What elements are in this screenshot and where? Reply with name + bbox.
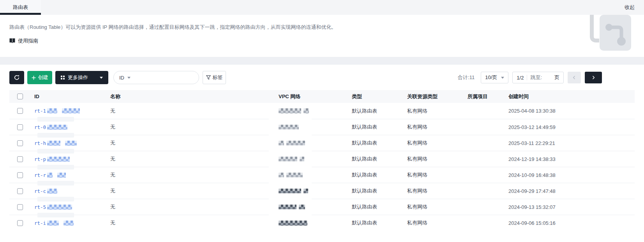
intro-card: 路由表（Routing Table）可以为资源提供 IP 网络的路由选择，通过配… [0, 15, 644, 57]
page-description: 路由表（Routing Table）可以为资源提供 IP 网络的路由选择，通过配… [9, 23, 477, 32]
total-count: 合计:11 [458, 74, 475, 81]
vpc-network-cell [279, 204, 352, 210]
row-checkbox[interactable] [17, 140, 23, 146]
page-indicator: 1/2 [517, 75, 524, 81]
created-time-cell: 2025-03-11 22:29:21 [508, 140, 635, 146]
table-row: rt-c 无 默认路由表 私有网络 2024-09-29 17:47:48 [9, 183, 635, 199]
vpc-network-cell [279, 124, 352, 130]
vpc-network-cell [279, 188, 352, 194]
col-header-id: ID [34, 94, 110, 99]
chevron-down-icon [501, 77, 504, 79]
associated-resource-cell: 私有网络 [407, 171, 468, 178]
created-time-cell: 2024-10-09 16:48:38 [508, 172, 635, 178]
type-cell: 默认路由表 [352, 219, 407, 226]
route-table-id-link[interactable]: rt-5 [34, 204, 72, 210]
col-header-type: 类型 [352, 93, 407, 100]
routing-table: ID 名称 VPC 网络 类型 关联资源类型 所属项目 创建时间 rt-1 无 … [9, 90, 635, 231]
associated-resource-cell: 私有网络 [407, 219, 468, 226]
table-row: rt-1 无 默认路由表 私有网络 2025-04-08 13:30:38 [9, 103, 635, 119]
name-cell: 无 [110, 140, 279, 147]
name-cell: 无 [110, 203, 279, 210]
route-table-id-link[interactable]: rt-1 [34, 108, 80, 114]
search-field-selector[interactable]: ID [119, 75, 124, 81]
row-checkbox[interactable] [17, 188, 23, 194]
search-input[interactable] [134, 75, 193, 81]
table-row: rt-0 无 默认路由表 私有网络 2025-03-12 14:49:59 [9, 119, 635, 135]
col-header-name: 名称 [110, 93, 279, 100]
select-all-checkbox[interactable] [17, 94, 23, 99]
associated-resource-cell: 私有网络 [407, 187, 468, 194]
divider [527, 75, 527, 80]
type-cell: 默认路由表 [352, 108, 407, 115]
content-card: 创建 更多操作 ID 标签 合计:11 10/页 [0, 65, 644, 242]
chevron-right-icon [591, 75, 596, 80]
funnel-icon [206, 75, 211, 80]
col-header-created: 创建时间 [508, 93, 635, 100]
associated-resource-cell: 私有网络 [407, 155, 468, 163]
created-time-cell: 2024-09-13 15:32:07 [508, 204, 635, 210]
table-row: rt-h 无 默认路由表 私有网络 2025-03-11 22:29:21 [9, 135, 635, 151]
row-checkbox[interactable] [17, 156, 23, 162]
route-table-id-link[interactable]: rt-i [34, 220, 74, 226]
route-table-id-link[interactable]: rt-h [34, 140, 77, 146]
create-button[interactable]: 创建 [27, 71, 52, 84]
usage-guide-link[interactable]: 使用指南 [9, 37, 38, 44]
associated-resource-cell: 私有网络 [407, 108, 468, 115]
next-page-button[interactable] [585, 72, 602, 83]
type-cell: 默认路由表 [352, 203, 407, 210]
vpc-network-cell [279, 172, 352, 178]
row-checkbox[interactable] [17, 220, 23, 226]
type-cell: 默认路由表 [352, 155, 407, 163]
name-cell: 无 [110, 108, 279, 115]
table-row: rt-5 无 默认路由表 私有网络 2024-09-13 15:32:07 [9, 199, 635, 215]
prev-page-button[interactable] [568, 72, 581, 83]
created-time-cell: 2024-12-19 14:38:33 [508, 156, 635, 162]
tab-routing-table[interactable]: 路由表 [0, 0, 41, 15]
routing-watermark-graphic [589, 15, 632, 57]
route-table-id-link[interactable]: rt-0 [34, 124, 67, 130]
collapse-link[interactable]: 收起 [625, 0, 635, 15]
row-checkbox[interactable] [17, 124, 23, 130]
chevron-left-icon [572, 75, 577, 80]
jump-page-input[interactable] [542, 75, 554, 81]
vpc-network-cell [279, 156, 352, 162]
usage-guide-label: 使用指南 [18, 37, 38, 44]
name-cell: 无 [110, 124, 279, 131]
row-checkbox[interactable] [17, 108, 23, 114]
col-header-vpc: VPC 网络 [279, 93, 352, 100]
route-table-id-link[interactable]: rt-p [34, 156, 70, 162]
associated-resource-cell: 私有网络 [407, 140, 468, 147]
book-icon [9, 38, 15, 43]
col-header-assoc: 关联资源类型 [407, 93, 468, 100]
search-box[interactable]: ID [113, 71, 199, 84]
route-table-id-link[interactable]: rt-c [34, 188, 57, 194]
refresh-button[interactable] [9, 71, 24, 84]
pagination-controls: 合计:11 10/页 1/2 跳至: 页 [458, 72, 602, 83]
type-cell: 默认路由表 [352, 124, 407, 131]
name-cell: 无 [110, 219, 279, 226]
jump-label: 跳至: [530, 74, 542, 81]
route-table-id-link[interactable]: rt-r [34, 172, 66, 178]
created-time-cell: 2025-04-08 13:30:38 [508, 108, 635, 114]
created-time-cell: 2024-09-06 15:05:16 [508, 220, 635, 226]
vpc-network-cell [279, 220, 352, 226]
page-size-select[interactable]: 10/页 [481, 72, 508, 83]
name-cell: 无 [110, 187, 279, 194]
associated-resource-cell: 私有网络 [407, 203, 468, 210]
vpc-network-cell [279, 140, 352, 146]
type-cell: 默认路由表 [352, 187, 407, 194]
associated-resource-cell: 私有网络 [407, 124, 468, 131]
row-checkbox[interactable] [17, 172, 23, 178]
tab-label: 路由表 [13, 4, 28, 11]
table-row: rt-i 无 默认路由表 私有网络 2024-09-06 15:05:16 [9, 215, 635, 231]
more-actions-button[interactable]: 更多操作 [55, 71, 108, 84]
row-checkbox[interactable] [17, 204, 23, 210]
table-header-row: ID 名称 VPC 网络 类型 关联资源类型 所属项目 创建时间 [9, 90, 635, 103]
type-cell: 默认路由表 [352, 171, 407, 178]
section-gap [0, 57, 644, 65]
name-cell: 无 [110, 171, 279, 178]
type-cell: 默认路由表 [352, 140, 407, 147]
tag-filter-button[interactable]: 标签 [203, 71, 226, 84]
created-time-cell: 2024-09-29 17:47:48 [508, 188, 635, 194]
table-toolbar: 创建 更多操作 ID 标签 合计:11 10/页 [0, 65, 644, 90]
